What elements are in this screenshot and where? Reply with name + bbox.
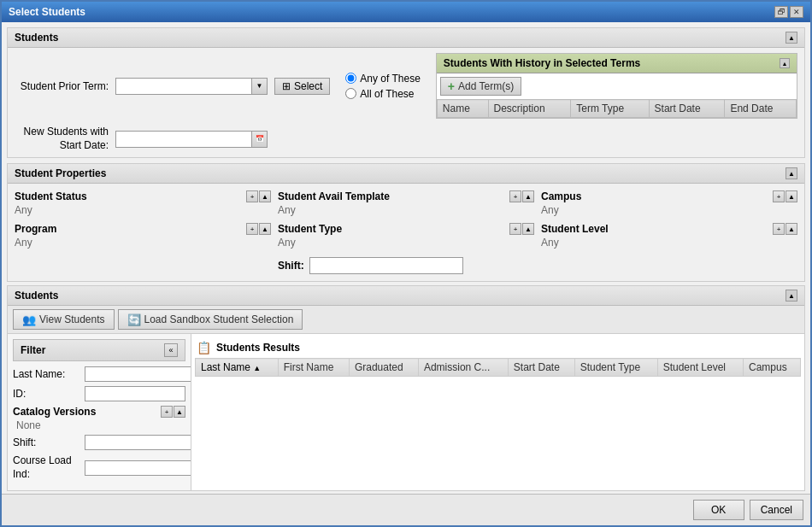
campus-add[interactable]: + <box>773 190 785 202</box>
load-sandbox-label: Load Sandbox Student Selection <box>144 313 294 325</box>
cancel-button[interactable]: Cancel <box>750 500 803 520</box>
student-level-label-row: Student Level + ▲ <box>541 223 797 235</box>
ok-button[interactable]: OK <box>693 500 744 520</box>
new-students-label: New Students with Start Date: <box>15 126 109 152</box>
filter-lastname-label: Last Name: <box>13 368 81 380</box>
view-students-icon: 👥 <box>22 313 36 326</box>
results-panel: 📋 Students Results Last Name ▲ First Nam… <box>191 334 804 490</box>
program-controls: + ▲ <box>246 223 271 235</box>
student-prior-term-input[interactable] <box>115 78 252 95</box>
title-bar-buttons: 🗗 ✕ <box>774 6 803 18</box>
student-properties-header: Student Properties ▲ <box>8 164 804 184</box>
student-level-up[interactable]: ▲ <box>786 223 797 235</box>
history-panel-header: Students With History in Selected Terms … <box>437 54 797 73</box>
load-sandbox-button[interactable]: 🔄 Load Sandbox Student Selection <box>118 309 303 330</box>
shift-row: Shift: <box>278 257 534 274</box>
students-section-scroll[interactable]: ▲ <box>786 32 797 44</box>
student-avail-add[interactable]: + <box>509 190 521 202</box>
history-scroll-btn[interactable]: ▲ <box>780 58 790 68</box>
results-col-firstname[interactable]: First Name <box>278 359 349 377</box>
history-table: Name Description Term Type Start Date En… <box>437 99 797 118</box>
student-level-value: Any <box>541 237 797 249</box>
campus-value: Any <box>541 204 797 216</box>
student-avail-up[interactable]: ▲ <box>522 190 534 202</box>
student-prior-term-dropdown[interactable]: ▼ <box>252 78 268 95</box>
student-properties-scroll[interactable]: ▲ <box>786 167 797 179</box>
select-btn-label: Select <box>294 80 322 92</box>
any-of-these-row: Any of These <box>345 73 421 85</box>
filter-lastname-input[interactable] <box>85 366 191 382</box>
add-term-label: Add Term(s) <box>458 80 514 92</box>
program-up[interactable]: ▲ <box>259 223 271 235</box>
filter-catalog-add[interactable]: + <box>161 406 173 418</box>
radio-group: Any of These All of These <box>345 73 421 100</box>
results-title: Students Results <box>216 342 300 354</box>
results-col-studenttype[interactable]: Student Type <box>574 359 657 377</box>
close-button[interactable]: ✕ <box>790 6 803 18</box>
student-avail-label-row: Student Avail Template + ▲ <box>278 190 534 202</box>
all-of-these-radio[interactable] <box>345 88 356 99</box>
student-type-add[interactable]: + <box>509 223 521 235</box>
filter-panel: Filter « Last Name: ID: Catalog Versions <box>8 334 191 490</box>
student-status-label: Student Status <box>15 190 87 202</box>
history-col-desc: Description <box>488 100 571 118</box>
student-status-controls: + ▲ <box>246 190 271 202</box>
students-section-title: Students <box>15 32 58 44</box>
campus-up[interactable]: ▲ <box>786 190 797 202</box>
campus-label: Campus <box>541 190 581 202</box>
dialog-title: Select Students <box>9 6 85 18</box>
student-type-up[interactable]: ▲ <box>522 223 534 235</box>
select-students-dialog: Select Students 🗗 ✕ Students ▲ Student P… <box>0 0 812 527</box>
students-section-header: Students ▲ <box>8 28 804 48</box>
select-button[interactable]: ⊞ Select <box>274 78 330 95</box>
student-type-label: Student Type <box>278 223 342 235</box>
new-students-calendar-btn[interactable]: 📅 <box>252 131 268 148</box>
program-value: Any <box>15 237 271 249</box>
student-status-add[interactable]: + <box>246 190 258 202</box>
shift-input[interactable] <box>309 257 463 274</box>
results-col-startdate[interactable]: Start Date <box>508 359 574 377</box>
add-term-button[interactable]: + Add Term(s) <box>440 77 521 96</box>
student-status-label-row: Student Status + ▲ <box>15 190 271 202</box>
history-panel: Students With History in Selected Terms … <box>436 53 797 119</box>
student-level-controls: + ▲ <box>773 223 797 235</box>
any-of-these-label: Any of These <box>360 73 421 85</box>
history-col-termtype: Term Type <box>571 100 649 118</box>
any-of-these-radio[interactable] <box>345 73 356 84</box>
results-col-studentlevel[interactable]: Student Level <box>657 359 743 377</box>
student-level-add[interactable]: + <box>773 223 785 235</box>
filter-courseload-input[interactable] <box>85 460 191 476</box>
filter-id-input[interactable] <box>85 386 185 401</box>
filter-collapse-button[interactable]: « <box>164 343 178 357</box>
student-prior-term-row: Student Prior Term: ▼ ⊞ Select Any of Th… <box>8 48 804 124</box>
results-col-admission[interactable]: Admission C... <box>418 359 508 377</box>
program-add[interactable]: + <box>246 223 258 235</box>
student-status-cell: Student Status + ▲ Any <box>15 190 271 216</box>
restore-button[interactable]: 🗗 <box>774 6 788 18</box>
dialog-body: Students ▲ Student Prior Term: ▼ ⊞ Selec… <box>2 22 810 494</box>
student-prior-term-input-group: ▼ <box>115 78 268 95</box>
view-students-button[interactable]: 👥 View Students <box>13 309 115 330</box>
view-students-label: View Students <box>39 313 105 325</box>
student-level-label: Student Level <box>541 223 609 235</box>
new-students-date-input[interactable] <box>115 131 252 148</box>
results-col-campus[interactable]: Campus <box>743 359 800 377</box>
student-type-controls: + ▲ <box>509 223 534 235</box>
filter-header: Filter « <box>13 339 185 361</box>
student-avail-template-cell: Student Avail Template + ▲ Any <box>278 190 534 216</box>
filter-catalog-controls: + ▲ <box>161 406 185 418</box>
title-bar: Select Students 🗗 ✕ <box>2 2 810 22</box>
shift-label: Shift: <box>278 260 304 272</box>
filter-shift-input[interactable] <box>85 435 191 450</box>
all-of-these-label: All of These <box>360 88 414 100</box>
student-type-value: Any <box>278 237 534 249</box>
students-bottom-scroll[interactable]: ▲ <box>786 290 797 302</box>
filter-lastname-row: Last Name: <box>13 366 185 382</box>
results-col-lastname[interactable]: Last Name ▲ <box>196 359 279 377</box>
results-col-graduated[interactable]: Graduated <box>349 359 418 377</box>
student-avail-label: Student Avail Template <box>278 190 390 202</box>
filter-catalog-up[interactable]: ▲ <box>174 406 185 418</box>
history-col-startdate: Start Date <box>649 100 725 118</box>
campus-label-row: Campus + ▲ <box>541 190 797 202</box>
student-status-up[interactable]: ▲ <box>259 190 271 202</box>
